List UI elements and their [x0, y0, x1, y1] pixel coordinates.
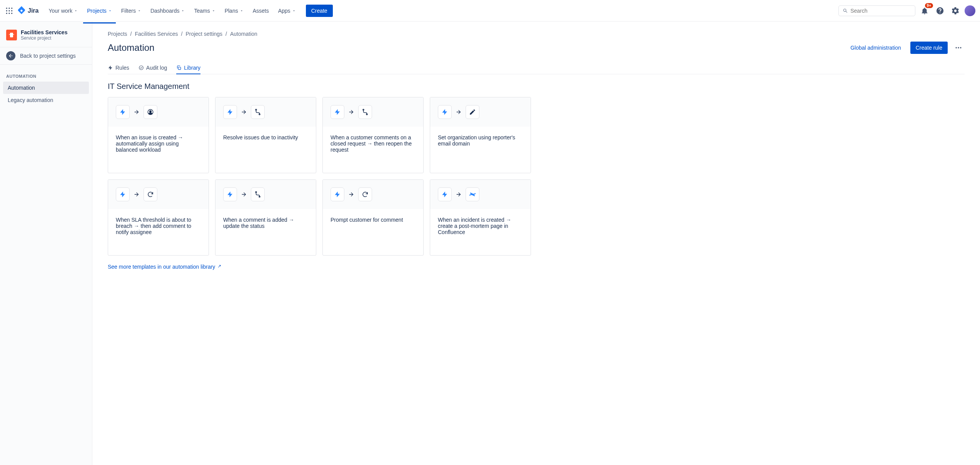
template-card[interactable]: When SLA threshold is about to breach → …: [108, 179, 209, 256]
template-card[interactable]: Prompt customer for comment: [322, 179, 424, 256]
action-icon: [251, 105, 265, 119]
nav-apps[interactable]: Apps: [274, 5, 300, 17]
search-icon: [843, 8, 848, 14]
sidebar-item-legacy[interactable]: Legacy automation: [3, 94, 89, 106]
project-name: Facilities Services: [21, 29, 67, 35]
copy-icon: [176, 65, 182, 70]
card-header: [430, 180, 531, 209]
nav-dashboards[interactable]: Dashboards: [147, 5, 189, 17]
main-content: Projects / Facilities Services / Project…: [92, 22, 980, 465]
nav-your-work[interactable]: Your work: [45, 5, 82, 17]
app-switcher-icon[interactable]: [5, 6, 14, 15]
search-box[interactable]: [838, 5, 915, 16]
global-admin-link[interactable]: Global administration: [850, 45, 901, 51]
nav-filters[interactable]: Filters: [117, 5, 145, 17]
card-header: [108, 97, 209, 127]
svg-point-3: [6, 10, 7, 11]
nav-teams[interactable]: Teams: [190, 5, 219, 17]
project-icon: [6, 30, 17, 40]
create-rule-button[interactable]: Create rule: [910, 42, 948, 54]
create-button[interactable]: Create: [306, 5, 333, 17]
action-icon: [358, 187, 372, 201]
project-header: Facilities Services Service project: [3, 29, 89, 47]
card-header: [215, 180, 316, 209]
card-header: [108, 180, 209, 209]
svg-point-9: [956, 47, 957, 48]
breadcrumb-automation[interactable]: Automation: [230, 31, 257, 37]
arrow-icon: [241, 191, 247, 197]
nav-projects[interactable]: Projects: [83, 5, 116, 17]
svg-rect-13: [179, 67, 181, 69]
action-icon: [358, 105, 372, 119]
top-navigation: Jira Your work Projects Filters Dashboar…: [0, 0, 980, 22]
card-title: When a customer comments on a closed req…: [323, 127, 423, 173]
nav-plans[interactable]: Plans: [221, 5, 247, 17]
trigger-icon: [331, 105, 344, 119]
svg-point-5: [11, 10, 12, 11]
avatar[interactable]: [965, 5, 975, 16]
topnav-right: 9+: [838, 5, 975, 17]
sidebar-item-automation[interactable]: Automation: [3, 82, 89, 94]
brand-text: Jira: [28, 7, 38, 14]
breadcrumb-settings[interactable]: Project settings: [185, 31, 222, 37]
action-icon: [144, 105, 157, 119]
search-input[interactable]: [850, 8, 911, 14]
arrow-icon: [456, 191, 462, 197]
tab-audit-log[interactable]: Audit log: [139, 62, 167, 74]
trigger-icon: [116, 187, 130, 201]
card-header: [215, 97, 316, 127]
notification-badge: 9+: [925, 3, 933, 8]
template-card[interactable]: When a customer comments on a closed req…: [322, 97, 424, 173]
back-to-settings[interactable]: Back to project settings: [0, 47, 92, 65]
project-type: Service project: [21, 35, 67, 41]
more-actions-icon[interactable]: [952, 42, 965, 54]
notifications-icon[interactable]: 9+: [918, 5, 931, 17]
svg-point-15: [150, 110, 152, 112]
tab-library[interactable]: Library: [176, 62, 200, 74]
breadcrumb-project[interactable]: Facilities Services: [135, 31, 178, 37]
arrow-icon: [134, 191, 140, 197]
breadcrumb-projects[interactable]: Projects: [108, 31, 127, 37]
jira-logo[interactable]: Jira: [17, 6, 38, 15]
help-icon[interactable]: [934, 5, 946, 17]
settings-icon[interactable]: [949, 5, 962, 17]
template-card[interactable]: When a comment is added → update the sta…: [215, 179, 316, 256]
lightning-icon: [108, 65, 113, 70]
see-more-templates-link[interactable]: See more templates in our automation lib…: [108, 264, 221, 270]
svg-point-6: [6, 13, 7, 14]
check-circle-icon: [139, 65, 144, 70]
svg-point-2: [11, 7, 12, 8]
arrow-icon: [456, 109, 462, 115]
tabs: Rules Audit log Library: [108, 62, 965, 74]
arrow-icon: [134, 109, 140, 115]
template-card[interactable]: When an incident is created → create a p…: [430, 179, 531, 256]
trigger-icon: [223, 105, 237, 119]
svg-point-7: [8, 13, 10, 14]
nav-assets[interactable]: Assets: [249, 5, 273, 17]
nav-items: Your work Projects Filters Dashboards Te…: [45, 5, 332, 17]
action-icon: [466, 187, 479, 201]
card-title: Prompt customer for comment: [323, 209, 423, 255]
svg-point-0: [6, 7, 7, 8]
card-title: When an incident is created → create a p…: [430, 209, 531, 255]
template-card[interactable]: Resolve issues due to inactivity: [215, 97, 316, 173]
external-link-icon: [217, 264, 221, 269]
template-card[interactable]: Set organization using reporter's email …: [430, 97, 531, 173]
template-card[interactable]: When an issue is created → automatically…: [108, 97, 209, 173]
card-title: When an issue is created → automatically…: [108, 127, 209, 173]
card-header: [323, 180, 423, 209]
arrow-icon: [241, 109, 247, 115]
back-arrow-icon: [6, 51, 15, 60]
page-header: Automation Global administration Create …: [108, 42, 965, 54]
action-icon: [466, 105, 479, 119]
sidebar: Facilities Services Service project Back…: [0, 22, 92, 465]
template-grid: When an issue is created → automatically…: [108, 97, 531, 256]
svg-point-10: [958, 47, 959, 48]
svg-point-1: [8, 7, 10, 8]
card-title: Resolve issues due to inactivity: [215, 127, 316, 173]
card-header: [430, 97, 531, 127]
tab-rules[interactable]: Rules: [108, 62, 129, 74]
svg-point-8: [11, 13, 12, 14]
card-title: When a comment is added → update the sta…: [215, 209, 316, 255]
trigger-icon: [223, 187, 237, 201]
